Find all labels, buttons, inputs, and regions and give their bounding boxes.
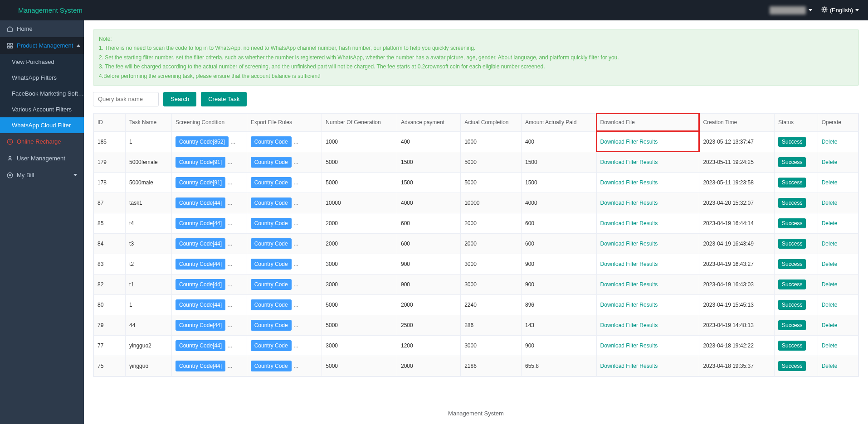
cell-operate: Delete [818,193,858,213]
status-badge: Success [778,137,806,147]
col-status: Status [775,113,818,131]
query-task-input[interactable] [93,92,159,106]
country-code-pill[interactable]: Country Code[44] [176,218,225,229]
download-filter-results-link[interactable]: Download Filter Results [600,241,658,247]
cell-generation: 3000 [322,335,397,356]
delete-link[interactable]: Delete [822,220,838,226]
download-filter-results-link[interactable]: Download Filter Results [600,281,658,288]
note-title: Note: [99,34,853,43]
cell-operate: Delete [818,152,858,172]
cell-generation: 5000 [322,356,397,376]
sidebar-item-view-purchased[interactable]: View Purchased [0,54,84,70]
download-filter-results-link[interactable]: Download Filter Results [600,200,658,206]
delete-link[interactable]: Delete [822,281,838,288]
delete-link[interactable]: Delete [822,261,838,267]
ellipsis-icon: … [293,159,299,165]
sidebar-item-various-filters[interactable]: Various Account Filters [0,101,84,117]
sidebar: Home Product Management View Purchased W… [0,20,84,424]
country-code-pill[interactable]: Country Code[44] [176,361,225,371]
col-task-name: Task Name [126,113,172,131]
cell-paid: 400 [521,131,596,152]
language-selector[interactable]: (English) [821,6,859,14]
sidebar-label: FaceBook Marketing Soft… [12,90,84,97]
cell-advance: 600 [397,233,460,254]
cell-completion: 3000 [461,274,522,294]
sidebar-item-facebook-marketing[interactable]: FaceBook Marketing Soft… [0,86,84,101]
status-badge: Success [778,218,806,228]
download-filter-results-link[interactable]: Download Filter Results [600,302,658,308]
country-code-pill[interactable]: Country Code[44] [176,259,225,270]
cell-screening: Country Code[44]… [172,274,247,294]
cell-generation: 5000 [322,152,397,172]
sidebar-item-whatsapp-cloud-filter[interactable]: WhatsApp Cloud Filter [0,117,84,133]
download-filter-results-link[interactable]: Download Filter Results [600,363,658,369]
table-row: 801Country Code[44]…Country Code…5000200… [94,294,858,315]
sidebar-item-user-management[interactable]: User Management [0,150,84,167]
download-filter-results-link[interactable]: Download Filter Results [600,139,658,145]
country-code-pill[interactable]: Country Code[44] [176,198,225,208]
delete-link[interactable]: Delete [822,139,838,145]
ellipsis-icon: … [293,200,299,206]
cell-download: Download Filter Results [596,131,699,152]
cell-creation-time: 2023-05-12 13:37:47 [699,131,775,152]
ellipsis-icon: … [293,241,299,247]
delete-link[interactable]: Delete [822,200,838,206]
country-code-pill[interactable]: Country Code [251,157,292,168]
download-filter-results-link[interactable]: Download Filter Results [600,261,658,267]
country-code-pill[interactable]: Country Code[91] [176,157,225,168]
download-filter-results-link[interactable]: Download Filter Results [600,342,658,349]
sidebar-item-my-bill[interactable]: My Bill [0,167,84,183]
delete-link[interactable]: Delete [822,159,838,165]
download-filter-results-link[interactable]: Download Filter Results [600,179,658,186]
download-filter-results-link[interactable]: Download Filter Results [600,220,658,226]
cell-id: 84 [94,233,126,254]
table-row: 85t4Country Code[44]…Country Code…200060… [94,213,858,233]
delete-link[interactable]: Delete [822,302,838,308]
country-code-pill[interactable]: Country Code [251,361,292,371]
cell-task-name: task1 [126,193,172,213]
sidebar-item-online-recharge[interactable]: Online Recharge [0,133,84,150]
country-code-pill[interactable]: Country Code [251,259,292,270]
delete-link[interactable]: Delete [822,179,838,186]
country-code-pill[interactable]: Country Code[44] [176,279,225,290]
country-code-pill[interactable]: Country Code [251,320,292,331]
download-filter-results-link[interactable]: Download Filter Results [600,159,658,165]
country-code-pill[interactable]: Country Code[91] [176,177,225,188]
cell-task-name: 1 [126,294,172,315]
sidebar-item-home[interactable]: Home [0,20,84,37]
sidebar-label: My Bill [17,172,34,178]
country-code-pill[interactable]: Country Code[44] [176,320,225,331]
status-badge: Success [778,259,806,269]
col-actual-completion: Actual Completion [461,113,522,131]
search-button[interactable]: Search [163,92,196,106]
country-code-pill[interactable]: Country Code [251,279,292,290]
country-code-pill[interactable]: Country Code[44] [176,238,225,249]
col-generation: Number Of Generation [322,113,397,131]
sidebar-item-whatsapp-filters[interactable]: WhatsApp Filters [0,70,84,86]
country-code-pill[interactable]: Country Code [251,136,292,147]
delete-link[interactable]: Delete [822,363,838,369]
cell-id: 179 [94,152,126,172]
table-row: 87task1Country Code[44]…Country Code…100… [94,193,858,213]
sidebar-item-product-management[interactable]: Product Management [0,37,84,54]
delete-link[interactable]: Delete [822,322,838,328]
country-code-pill[interactable]: Country Code [251,177,292,188]
country-code-pill[interactable]: Country Code [251,218,292,229]
ellipsis-icon: … [230,139,236,145]
country-code-pill[interactable]: Country Code[44] [176,299,225,310]
country-code-pill[interactable]: Country Code[852] [176,136,229,147]
delete-link[interactable]: Delete [822,241,838,247]
user-menu[interactable] [770,6,812,14]
country-code-pill[interactable]: Country Code [251,299,292,310]
country-code-pill[interactable]: Country Code[44] [176,340,225,351]
cell-screening: Country Code[44]… [172,254,247,274]
country-code-pill[interactable]: Country Code [251,238,292,249]
create-task-button[interactable]: Create Task [201,92,247,106]
country-code-pill[interactable]: Country Code [251,340,292,351]
cell-screening: Country Code[44]… [172,335,247,356]
download-filter-results-link[interactable]: Download Filter Results [600,322,658,328]
country-code-pill[interactable]: Country Code [251,198,292,208]
delete-link[interactable]: Delete [822,342,838,349]
ellipsis-icon: … [293,179,299,186]
cell-status: Success [775,294,818,315]
